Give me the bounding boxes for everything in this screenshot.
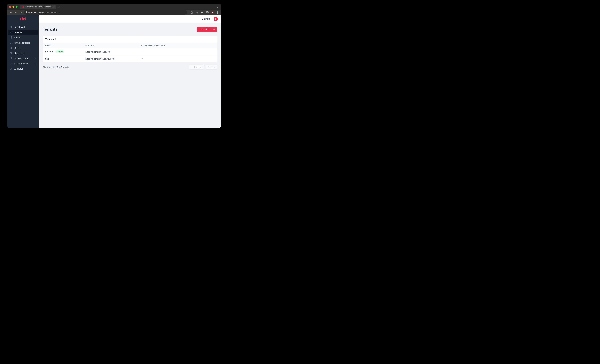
browser-titlebar: https://example.fief.dev/admin × + ⌄	[7, 4, 221, 10]
logo-text: Fief	[20, 17, 26, 21]
lock-icon	[10, 57, 13, 60]
url-path: /admin/tenants/	[45, 11, 59, 14]
column-name: NAME	[43, 43, 83, 48]
clients-icon	[10, 36, 13, 39]
sidebar-nav: Dashboard Tenants Clients OAuth Provider…	[7, 23, 39, 73]
reload-button[interactable]: ⟳	[19, 11, 22, 14]
lock-icon	[25, 11, 27, 14]
sidebar-item-user-fields[interactable]: User fields	[8, 51, 38, 56]
customization-icon	[10, 62, 13, 65]
sidebar-item-label: Dashboard	[14, 26, 25, 28]
sidebar-item-label: Clients	[14, 36, 21, 39]
minimize-window-button[interactable]	[12, 6, 14, 8]
table-row[interactable]: Sub https://example.fief.dev/sub ✕	[43, 55, 217, 62]
sidebar-item-label: User fields	[14, 52, 24, 55]
new-tab-button[interactable]: +	[57, 5, 62, 9]
sidebar-item-users[interactable]: Users	[8, 45, 38, 51]
sidebar-item-dashboard[interactable]: Dashboard	[8, 24, 38, 30]
close-tab-icon[interactable]: ×	[53, 6, 54, 8]
sidebar-item-tenants[interactable]: Tenants	[8, 30, 38, 35]
sidebar-item-label: Tenants	[14, 31, 22, 34]
sidebar-item-access-control[interactable]: Access control ⌄	[8, 56, 38, 61]
sidebar-item-label: Access control	[14, 57, 28, 60]
oauth-icon	[10, 41, 13, 44]
topbar: Example ⌄ F	[39, 15, 221, 23]
browser-toolbar: ← → ⟳ example.fief.dev/admin/tenants/ ☆ …	[7, 10, 221, 15]
column-registration: REGISTRATION ALLOWED	[139, 43, 217, 48]
svg-point-4	[12, 43, 12, 44]
window-dropdown-icon[interactable]: ⌄	[216, 6, 218, 8]
back-button[interactable]: ←	[9, 11, 12, 14]
create-tenant-button[interactable]: + Create Tenant	[197, 27, 217, 32]
svg-rect-7	[11, 58, 12, 59]
pager: ← Previous Next →	[189, 65, 217, 70]
tenant-base-url: https://example.fief.dev/sub	[85, 58, 111, 60]
card-count: 2	[55, 38, 56, 41]
tenants-table: NAME BASE URL REGISTRATION ALLOWED Examp…	[43, 43, 217, 62]
close-window-button[interactable]	[9, 6, 11, 8]
tenants-icon	[10, 31, 13, 34]
tag-icon	[10, 52, 13, 55]
sidebar: Fief Dashboard Tenants Clients OAuth Pr	[7, 15, 39, 128]
maximize-window-button[interactable]	[16, 6, 18, 8]
sidebar-item-label: Customization	[14, 62, 28, 65]
create-tenant-label: Create Tenant	[202, 28, 215, 30]
dashboard-icon	[10, 26, 13, 28]
svg-point-5	[11, 47, 12, 48]
chevron-down-icon: ⌄	[34, 57, 36, 59]
avatar[interactable]: F	[214, 17, 218, 21]
previous-button[interactable]: ← Previous	[189, 65, 205, 70]
table-row[interactable]: Example Default https://example.fief.dev	[43, 48, 217, 55]
forward-button[interactable]: →	[14, 11, 17, 14]
profile-button[interactable]: F	[211, 11, 214, 14]
panel-icon[interactable]	[206, 11, 209, 14]
svg-rect-13	[113, 58, 114, 59]
users-icon	[10, 47, 13, 49]
svg-point-3	[10, 43, 11, 44]
svg-rect-0	[206, 12, 208, 13]
star-icon[interactable]: ☆	[195, 11, 199, 14]
svg-point-6	[11, 53, 11, 53]
tenant-base-url: https://example.fief.dev	[85, 51, 107, 53]
column-base-url: BASE URL	[83, 43, 139, 48]
sidebar-item-api-keys[interactable]: API Keys	[8, 66, 38, 71]
clipboard-icon[interactable]	[108, 51, 110, 53]
next-button[interactable]: Next →	[206, 65, 217, 70]
tenants-card: Tenants 2 NAME BASE URL REGISTRATION ALL…	[43, 36, 217, 62]
sidebar-item-label: Users	[14, 47, 20, 49]
url-domain: example.fief.dev	[28, 11, 44, 14]
tab-title: https://example.fief.dev/admin	[25, 6, 51, 8]
svg-point-2	[12, 42, 12, 42]
url-bar[interactable]: example.fief.dev/admin/tenants/	[24, 10, 187, 15]
sidebar-item-oauth[interactable]: OAuth Providers	[8, 40, 38, 45]
extensions-icon[interactable]	[201, 11, 204, 14]
more-icon[interactable]: ⋮	[216, 11, 219, 14]
workspace-selector[interactable]: Example ⌄	[202, 18, 212, 20]
logo[interactable]: Fief	[7, 15, 39, 23]
check-icon: ✓	[141, 50, 143, 53]
tenant-name: Sub	[45, 58, 49, 60]
default-badge: Default	[56, 50, 64, 53]
chevron-down-icon: ⌄	[34, 63, 36, 65]
sidebar-item-clients[interactable]: Clients	[8, 35, 38, 40]
avatar-letter: F	[215, 18, 216, 20]
card-title: Tenants	[45, 38, 54, 41]
tab-favicon-icon	[22, 6, 24, 8]
workspace-label: Example	[202, 18, 210, 20]
tenant-name: Example	[45, 51, 54, 53]
share-icon[interactable]	[190, 11, 193, 14]
card-header: Tenants 2	[43, 36, 217, 43]
svg-rect-11	[109, 51, 110, 52]
svg-point-10	[11, 69, 11, 70]
page-header: Tenants + Create Tenant	[39, 23, 221, 34]
arrow-left-icon: ←	[191, 66, 194, 68]
clipboard-icon[interactable]	[112, 57, 114, 60]
sidebar-item-customization[interactable]: Customization ⌄	[8, 61, 38, 66]
browser-tab[interactable]: https://example.fief.dev/admin ×	[20, 5, 56, 9]
sidebar-item-label: API Keys	[14, 68, 23, 70]
pagination-summary: Showing 1 to 10 of 2 results	[43, 66, 69, 68]
plus-icon: +	[199, 28, 201, 30]
arrow-right-icon: →	[213, 66, 215, 68]
chevron-down-icon: ⌄	[211, 18, 212, 20]
key-icon	[10, 67, 13, 70]
